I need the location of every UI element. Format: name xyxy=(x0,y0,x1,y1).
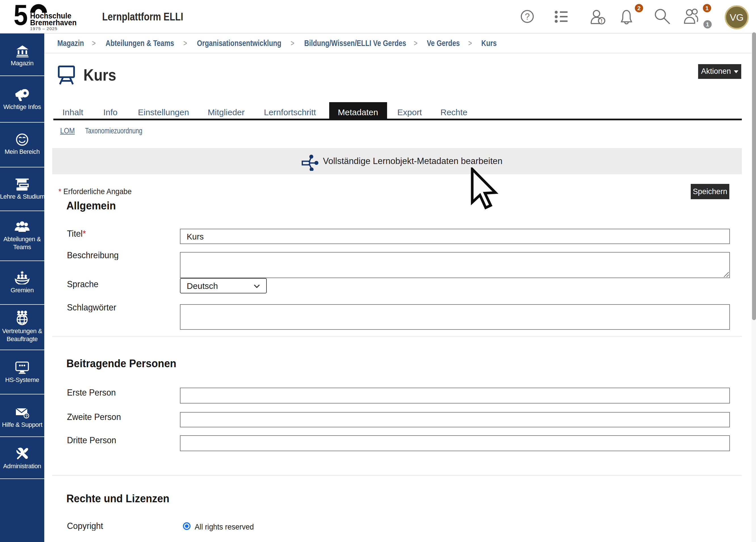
svg-text:?: ? xyxy=(25,413,27,418)
svg-text:1975 – 2025: 1975 – 2025 xyxy=(30,26,58,31)
svg-text:!: ! xyxy=(601,18,602,24)
svg-text:2: 2 xyxy=(637,5,641,11)
svg-text:?: ? xyxy=(525,12,530,22)
svg-text:Bremerhaven: Bremerhaven xyxy=(30,18,77,27)
svg-text:1: 1 xyxy=(705,5,709,11)
svg-text:5: 5 xyxy=(14,3,28,31)
svg-text:VG: VG xyxy=(730,12,744,23)
svg-text:1: 1 xyxy=(706,21,709,28)
